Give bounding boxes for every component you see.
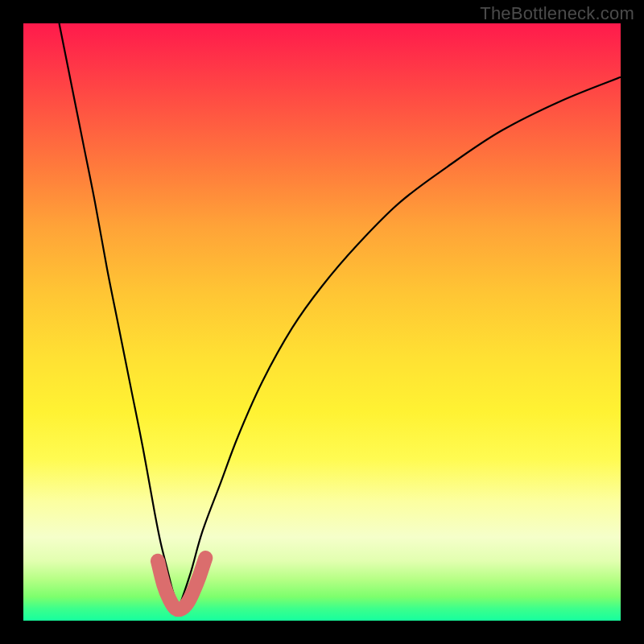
curve-layer <box>23 23 621 621</box>
chart-frame: TheBottleneck.com <box>0 0 644 644</box>
valley-highlight <box>158 558 205 609</box>
curve-right <box>179 77 621 609</box>
curve-left <box>60 23 179 609</box>
plot-area <box>23 23 621 621</box>
watermark-text: TheBottleneck.com <box>480 3 634 24</box>
